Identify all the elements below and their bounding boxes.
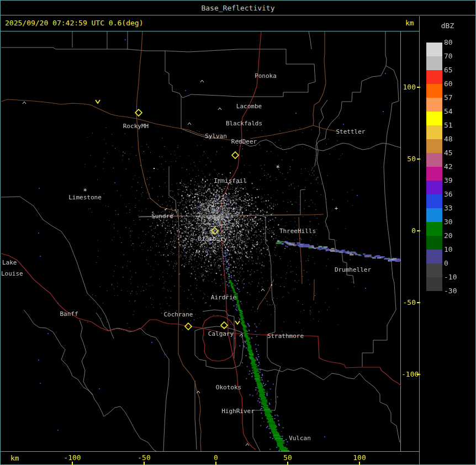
colorbar-swatch: [426, 70, 442, 84]
peak-caret-icon: [197, 391, 200, 393]
colorbar-swatch: [426, 153, 442, 167]
y-axis: 100500-50-100: [401, 31, 420, 451]
colorbar-label: 70: [444, 52, 472, 60]
colorbar-label: 60: [444, 80, 472, 88]
colorbar-label: 57: [444, 94, 472, 102]
colorbar-swatch: [426, 43, 442, 56]
lake-dot: [151, 342, 152, 343]
colorbar-label: 42: [444, 163, 472, 171]
colorbar-label: 51: [444, 121, 472, 129]
city-label: Banff: [60, 310, 78, 318]
colorbar-label: 48: [444, 135, 472, 143]
y-tick-label: -100: [401, 371, 416, 378]
plus-icon: +: [335, 205, 338, 212]
y-tick-label: 0: [401, 227, 416, 235]
timestamp-elevation: 2025/09/20 07:42:59 UTC 0.6(deg): [5, 16, 143, 30]
peak-caret-icon: [261, 289, 265, 291]
station-check-icon[interactable]: [235, 321, 240, 324]
lake-dot: [125, 39, 126, 40]
lake-dot: [99, 388, 100, 389]
peak-caret-icon: [200, 80, 204, 82]
lake-dot: [343, 124, 344, 125]
x-axis: km -100-50050100: [1, 451, 419, 464]
lake-dot: [365, 288, 366, 289]
map-labels-markers: **+PonokaLacombeBlackfaldsSylvanRedDeerS…: [1, 31, 401, 451]
peak-caret-icon: [213, 250, 216, 252]
city-label: Airdrie: [211, 294, 236, 301]
radar-site-diamond-icon[interactable]: [221, 322, 228, 329]
radar-site-diamond-icon[interactable]: [232, 152, 239, 158]
city-label: Okotoks: [216, 384, 241, 391]
city-label: Vulcan: [289, 435, 311, 442]
colorbar-label: 45: [444, 149, 472, 157]
x-tick-label: 50: [271, 453, 304, 462]
lake-dot: [40, 256, 41, 257]
colorbar-swatch: [426, 84, 442, 98]
city-label: Ponoka: [255, 72, 277, 80]
colorbar-panel: dBZ 807065605754514845423936333020100-10…: [419, 16, 475, 464]
info-bar: 2025/09/20 07:42:59 UTC 0.6(deg) km: [1, 16, 419, 31]
colorbar-swatch: [426, 263, 442, 277]
x-tick-label: -50: [128, 453, 161, 462]
radar-site-diamond-icon[interactable]: [135, 109, 142, 116]
peak-caret-icon: [218, 108, 221, 110]
title-bar: Base_Reflectivity: [1, 1, 475, 15]
colorbar-swatch: [426, 208, 442, 222]
x-tick-label: 0: [199, 453, 232, 462]
green-dot: [295, 113, 297, 114]
radar-map[interactable]: **+PonokaLacombeBlackfaldsSylvanRedDeerS…: [1, 31, 401, 451]
colorbar-swatch: [426, 139, 442, 153]
x-tick-mark: [215, 462, 216, 465]
city-label: Strathmore: [267, 332, 304, 340]
city-label: Louise: [1, 270, 23, 277]
city-label: HighRiver: [221, 408, 255, 415]
lake-dot: [324, 436, 325, 437]
colorbar-unit-label: dBZ: [420, 22, 475, 30]
lake-dot: [385, 73, 386, 74]
x-tick-mark: [287, 462, 288, 465]
city-label: Limestone: [68, 194, 102, 201]
colorbar-swatch: [426, 56, 442, 70]
lake-dot: [57, 430, 59, 431]
lake-dot: [185, 90, 186, 91]
colorbar-label: 80: [444, 39, 472, 46]
white-dot: [271, 284, 272, 286]
x-tick-label: 100: [343, 453, 376, 462]
radar-app-window: Base_Reflectivity 2025/09/20 07:42:59 UT…: [0, 0, 476, 465]
x-tick-mark: [359, 462, 360, 465]
colorbar-swatches: [426, 43, 442, 291]
y-tick-label: 50: [401, 155, 416, 163]
colorbar-label: 33: [444, 204, 472, 212]
colorbar-swatch: [426, 112, 442, 125]
city-label: Sundre: [151, 213, 173, 220]
city-label: Cochrane: [164, 311, 193, 318]
colorbar-swatch: [426, 125, 442, 139]
peak-caret-icon: [188, 123, 191, 125]
radar-site-diamond-icon[interactable]: [211, 228, 218, 234]
colorbar-label: -10: [444, 273, 472, 281]
lake-dot: [357, 195, 358, 196]
colorbar-swatch: [426, 98, 442, 112]
lake-dot: [38, 360, 39, 361]
colorbar-swatch: [426, 236, 442, 250]
colorbar-label: 0: [444, 260, 472, 267]
star-icon: *: [276, 164, 279, 172]
city-label: RedDeer: [231, 138, 257, 145]
peak-caret-icon: [23, 102, 26, 104]
lake-dot: [383, 111, 384, 112]
city-label: Stettler: [336, 128, 366, 135]
x-tick-mark: [72, 462, 73, 465]
city-label: Didsbury: [198, 235, 228, 242]
y-tick-label: 100: [401, 83, 416, 91]
x-tick-label: -100: [56, 453, 89, 462]
city-label: RockyMH: [123, 123, 149, 130]
station-check-icon[interactable]: [96, 100, 100, 103]
colorbar-swatch: [426, 181, 442, 194]
radar-site-diamond-icon[interactable]: [185, 323, 192, 330]
white-dot: [154, 168, 155, 169]
city-label: Blackfalds: [226, 120, 262, 127]
peak-caret-icon: [240, 334, 243, 336]
lake-dot: [47, 333, 49, 334]
lake-dot: [40, 383, 41, 384]
city-label: Lacombe: [236, 103, 262, 110]
